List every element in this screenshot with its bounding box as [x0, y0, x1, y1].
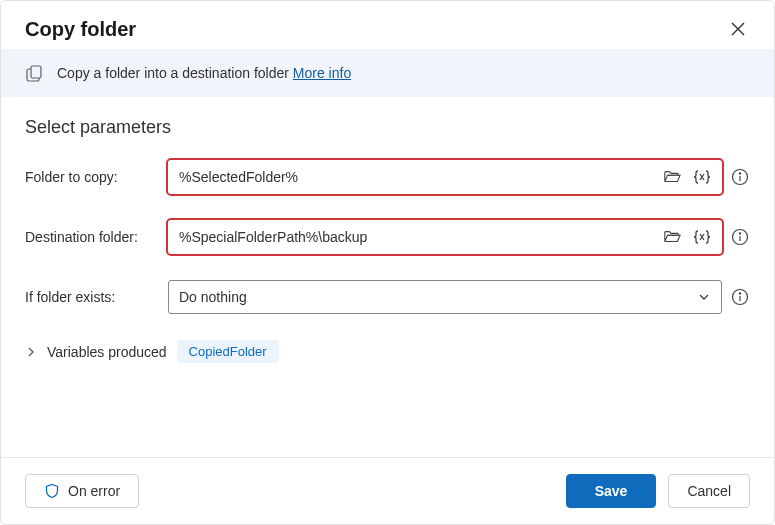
input-wrap-folder-to-copy: [168, 160, 722, 194]
row-destination: Destination folder:: [25, 220, 750, 254]
svg-point-6: [739, 293, 740, 294]
dialog-title: Copy folder: [25, 18, 136, 41]
variable-icon: [693, 229, 711, 245]
variable-picker-destination-button[interactable]: [687, 225, 717, 249]
input-folder-to-copy[interactable]: [179, 169, 657, 185]
row-if-exists: If folder exists: Do nothing: [25, 280, 750, 314]
info-banner: Copy a folder into a destination folder …: [1, 49, 774, 97]
select-wrap-if-exists[interactable]: Do nothing: [168, 280, 722, 314]
variable-picker-button[interactable]: [687, 165, 717, 189]
dialog-footer: On error Save Cancel: [1, 457, 774, 524]
select-if-exists[interactable]: Do nothing: [179, 289, 691, 305]
info-icon: [731, 288, 749, 306]
close-button[interactable]: [726, 17, 750, 41]
input-wrap-destination: [168, 220, 722, 254]
more-info-link[interactable]: More info: [293, 65, 351, 81]
info-icon: [731, 168, 749, 186]
input-destination[interactable]: [179, 229, 657, 245]
svg-point-4: [739, 233, 740, 234]
variables-expand-toggle[interactable]: [25, 346, 37, 358]
label-folder-to-copy: Folder to copy:: [25, 169, 160, 185]
dialog-content: Select parameters Folder to copy: Destin…: [1, 97, 774, 457]
browse-destination-button[interactable]: [657, 225, 687, 249]
browse-folder-button[interactable]: [657, 165, 687, 189]
variables-produced-row: Variables produced CopiedFolder: [25, 340, 750, 363]
copy-folder-icon: [25, 63, 45, 83]
section-title: Select parameters: [25, 117, 750, 138]
row-folder-to-copy: Folder to copy:: [25, 160, 750, 194]
help-destination[interactable]: [730, 227, 750, 247]
banner-text: Copy a folder into a destination folder …: [57, 65, 351, 81]
folder-open-icon: [663, 229, 681, 245]
save-button[interactable]: Save: [566, 474, 657, 508]
cancel-button[interactable]: Cancel: [668, 474, 750, 508]
variable-icon: [693, 169, 711, 185]
variable-badge[interactable]: CopiedFolder: [177, 340, 279, 363]
close-icon: [730, 21, 746, 37]
chevron-down-icon: [697, 290, 711, 304]
variables-produced-label: Variables produced: [47, 344, 167, 360]
info-icon: [731, 228, 749, 246]
label-destination: Destination folder:: [25, 229, 160, 245]
svg-point-2: [739, 173, 740, 174]
dropdown-toggle[interactable]: [691, 286, 717, 308]
label-if-exists: If folder exists:: [25, 289, 160, 305]
dialog-header: Copy folder: [1, 1, 774, 49]
help-folder-to-copy[interactable]: [730, 167, 750, 187]
chevron-right-icon: [25, 346, 37, 358]
on-error-button[interactable]: On error: [25, 474, 139, 508]
svg-rect-0: [31, 66, 41, 78]
folder-open-icon: [663, 169, 681, 185]
help-if-exists[interactable]: [730, 287, 750, 307]
shield-icon: [44, 483, 60, 499]
